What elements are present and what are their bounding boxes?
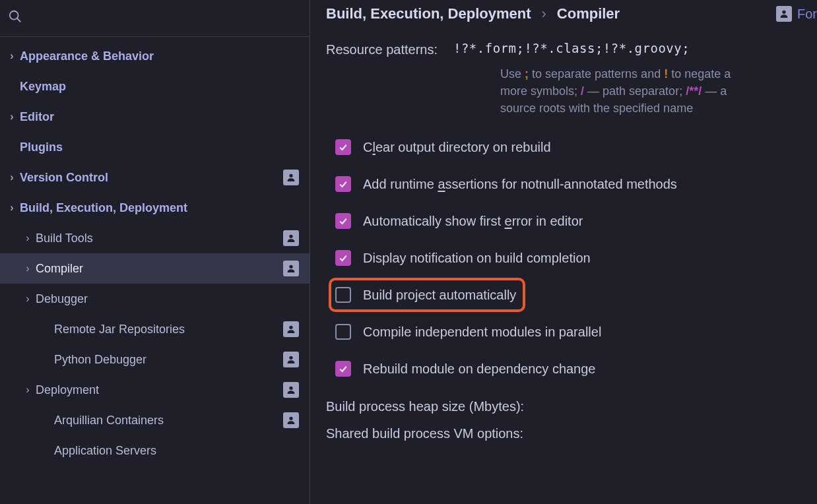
sidebar-item-label: Build, Execution, Deployment — [20, 201, 299, 215]
sidebar-item-keymap[interactable]: ›Keymap — [0, 71, 310, 102]
option-label[interactable]: Compile independent modules in parallel — [363, 325, 601, 340]
compiler-option: Clear output directory on rebuild — [335, 129, 817, 166]
compiler-option: Add runtime assertions for notnull-annot… — [335, 166, 817, 203]
sidebar-item-build-execution-deployment[interactable]: ›Build, Execution, Deployment — [0, 193, 310, 223]
sidebar-item-label: Application Servers — [54, 444, 299, 458]
sidebar-item-label: Keymap — [20, 80, 299, 94]
profile-icon — [776, 6, 792, 22]
sidebar-item-deployment[interactable]: ›Deployment — [0, 375, 310, 405]
settings-main: Build, Execution, Deployment › Compiler … — [310, 0, 817, 504]
option-label[interactable]: Automatically show first error in editor — [363, 214, 583, 229]
checkbox-unchecked-icon[interactable] — [335, 324, 351, 340]
chevron-right-icon: › — [20, 263, 36, 274]
breadcrumb-section: Build, Execution, Deployment — [326, 5, 531, 22]
svg-point-5 — [289, 326, 292, 329]
compiler-option: Compile independent modules in parallel — [335, 313, 817, 350]
highlighted-option: Build project automatically — [329, 278, 525, 312]
sidebar-item-label: Version Control — [20, 171, 283, 185]
checkbox-checked-icon[interactable] — [335, 139, 351, 155]
sidebar-item-python-debugger[interactable]: ›Python Debugger — [0, 344, 310, 375]
option-label[interactable]: Display notification on build completion — [363, 251, 591, 266]
chevron-right-icon: › — [541, 5, 546, 22]
svg-point-3 — [289, 235, 292, 238]
svg-line-1 — [17, 18, 21, 22]
settings-sidebar: ›Appearance & Behavior›Keymap›Editor›Plu… — [0, 0, 310, 504]
svg-point-6 — [289, 356, 292, 360]
profile-icon — [283, 261, 299, 276]
sidebar-item-remote-jar-repositories[interactable]: ›Remote Jar Repositories — [0, 314, 310, 344]
svg-point-4 — [289, 265, 292, 268]
search-row — [0, 0, 310, 37]
chevron-right-icon: › — [20, 384, 36, 396]
sidebar-item-label: Python Debugger — [54, 353, 283, 367]
sidebar-item-compiler[interactable]: ›Compiler — [0, 253, 310, 284]
resource-patterns-row: Resource patterns: !?*.form;!?*.class;!?… — [326, 41, 817, 57]
compiler-option: Display notification on build completion — [335, 239, 817, 276]
compiler-option: Build project automatically — [335, 276, 817, 313]
search-icon[interactable] — [8, 9, 22, 27]
sidebar-item-label: Build Tools — [36, 232, 283, 245]
sidebar-item-label: Appearance & Behavior — [20, 49, 299, 63]
chevron-right-icon: › — [4, 202, 20, 214]
compiler-options: Clear output directory on rebuildAdd run… — [326, 129, 817, 387]
scope-label: For — [797, 7, 817, 22]
resource-patterns-hint: Use ; to separate patterns and ! to nega… — [500, 65, 817, 117]
svg-point-2 — [289, 174, 292, 177]
svg-point-0 — [10, 11, 18, 20]
sidebar-item-label: Editor — [20, 110, 299, 124]
sidebar-item-appearance-behavior[interactable]: ›Appearance & Behavior — [0, 41, 310, 71]
resource-patterns-input[interactable]: !?*.form;!?*.class;!?*.groovy; — [453, 41, 690, 55]
sidebar-item-arquillian-containers[interactable]: ›Arquillian Containers — [0, 405, 310, 435]
profile-icon — [283, 352, 299, 367]
svg-point-9 — [782, 11, 785, 14]
option-label[interactable]: Build project automatically — [363, 288, 516, 303]
chevron-right-icon: › — [4, 50, 20, 62]
sidebar-item-version-control[interactable]: ›Version Control — [0, 162, 310, 193]
sidebar-item-label: Arquillian Containers — [54, 414, 283, 427]
checkbox-checked-icon[interactable] — [335, 213, 351, 229]
sidebar-item-debugger[interactable]: ›Debugger — [0, 284, 310, 314]
resource-patterns-label: Resource patterns: — [326, 41, 438, 57]
chevron-right-icon: › — [4, 111, 20, 123]
option-label[interactable]: Rebuild module on dependency change — [363, 362, 596, 377]
vm-options-label: Shared build process VM options: — [326, 426, 817, 441]
sidebar-item-label: Deployment — [36, 383, 283, 397]
sidebar-item-build-tools[interactable]: ›Build Tools — [0, 223, 310, 253]
sidebar-item-application-servers[interactable]: ›Application Servers — [0, 435, 310, 466]
chevron-right-icon: › — [20, 232, 36, 244]
profile-icon — [283, 382, 299, 398]
scope-selector[interactable]: For — [776, 6, 817, 22]
option-label[interactable]: Clear output directory on rebuild — [363, 140, 551, 155]
profile-icon — [283, 321, 299, 337]
sidebar-item-label: Compiler — [36, 262, 283, 276]
svg-point-8 — [289, 417, 292, 420]
checkbox-checked-icon[interactable] — [335, 176, 351, 192]
profile-icon — [283, 412, 299, 428]
sidebar-item-plugins[interactable]: ›Plugins — [0, 132, 310, 162]
sidebar-item-editor[interactable]: ›Editor — [0, 102, 310, 132]
sidebar-item-label: Plugins — [20, 141, 299, 154]
sidebar-item-label: Remote Jar Repositories — [54, 323, 283, 336]
profile-icon — [283, 170, 299, 185]
heap-size-label: Build process heap size (Mbytes): — [326, 399, 817, 414]
svg-point-7 — [289, 387, 292, 390]
checkbox-checked-icon[interactable] — [335, 250, 351, 266]
profile-icon — [283, 230, 299, 246]
chevron-right-icon: › — [4, 172, 20, 183]
checkbox-unchecked-icon[interactable] — [335, 287, 351, 303]
compiler-option: Automatically show first error in editor — [335, 203, 817, 239]
sidebar-item-label: Debugger — [36, 292, 299, 306]
compiler-option: Rebuild module on dependency change — [335, 350, 817, 387]
breadcrumb-page: Compiler — [557, 5, 620, 22]
settings-tree: ›Appearance & Behavior›Keymap›Editor›Plu… — [0, 37, 310, 504]
option-label[interactable]: Add runtime assertions for notnull-annot… — [363, 177, 677, 192]
chevron-right-icon: › — [20, 293, 36, 305]
breadcrumb: Build, Execution, Deployment › Compiler … — [326, 5, 817, 22]
checkbox-checked-icon[interactable] — [335, 361, 351, 377]
